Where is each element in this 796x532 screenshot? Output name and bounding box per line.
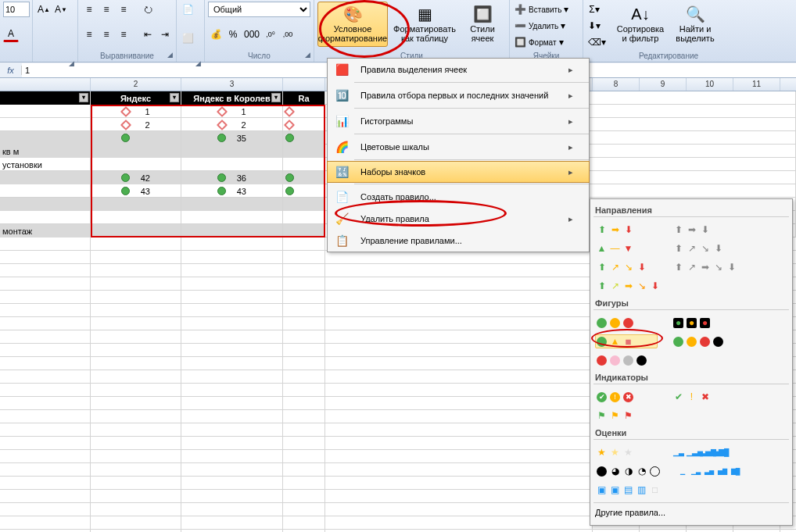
manage-rules-item[interactable]: 📋Управление правилами... [328, 230, 589, 252]
currency-button[interactable]: 💰 [208, 27, 224, 42]
col-header[interactable]: 2 [91, 78, 181, 91]
iconset-5bars[interactable]: ▁▃▁▃▅▃▅▇▅▇█ [672, 445, 734, 459]
clear-button[interactable]: ⌫▾ [586, 34, 607, 50]
cell[interactable] [0, 211, 91, 224]
cell[interactable] [283, 211, 325, 224]
cell[interactable] [0, 118, 91, 131]
iconset-3trafficlights1[interactable] [595, 316, 658, 330]
number-format-select[interactable]: Общий [208, 2, 310, 17]
increase-decimal-button[interactable]: ,0⁰ [263, 27, 278, 42]
cell[interactable]: кв м [0, 145, 91, 158]
cell[interactable]: 1 [181, 105, 283, 118]
cell[interactable] [91, 211, 181, 224]
iconset-3flags[interactable]: ⚑⚑⚑ [595, 409, 658, 423]
color-scales-item[interactable]: 🌈Цветовые шкалы [328, 136, 589, 158]
cell[interactable] [283, 158, 325, 171]
col-header[interactable]: 8 [593, 78, 640, 91]
clear-rules-item[interactable]: 🧹Удалить правила [328, 208, 589, 230]
insert-button[interactable]: ➕Вставить▾ [513, 2, 570, 17]
cell[interactable]: 36 [181, 171, 283, 184]
top-bottom-rules-item[interactable]: 🔟Правила отбора первых и последних значе… [328, 84, 589, 106]
iconset-3symbols[interactable]: ✔!✖ [672, 390, 734, 404]
conditional-formatting-button[interactable]: 🎨 Условноеформатирование [317, 2, 388, 47]
more-rules-item[interactable]: Другие правила... [593, 502, 789, 522]
font-color-button[interactable]: A [3, 27, 19, 42]
align-center-button[interactable]: ≡ [99, 27, 114, 42]
cell[interactable]: 43 [91, 184, 181, 198]
cell[interactable]: 2 [91, 118, 181, 131]
highlight-rules-item[interactable]: 🟥Правила выделения ячеек [328, 59, 589, 80]
iconset-3symbols-circled[interactable]: ✔!✖ [595, 390, 658, 404]
cell[interactable] [0, 184, 91, 198]
iconset-3trafficlights2[interactable]: ●●● [672, 316, 734, 330]
cell[interactable]: 43 [181, 184, 283, 198]
cell[interactable] [0, 131, 91, 145]
cell[interactable]: монтаж [0, 224, 91, 237]
iconset-3signs[interactable]: ▲◆ [595, 334, 658, 348]
align-right-button[interactable]: ≡ [116, 27, 131, 42]
cell[interactable] [181, 224, 283, 237]
cell[interactable]: 2 [181, 118, 283, 131]
align-left-button[interactable]: ≡ [81, 27, 97, 42]
cell[interactable] [181, 211, 283, 224]
cell[interactable] [283, 118, 325, 131]
cell[interactable] [0, 198, 91, 211]
comma-button[interactable]: 000 [242, 27, 261, 42]
cell[interactable] [283, 131, 325, 145]
cell[interactable] [181, 158, 283, 171]
increase-indent-button[interactable]: ⇥ [157, 27, 173, 42]
iconset-5arrows-gray[interactable]: ⬆↗➡↘⬇ [672, 260, 738, 274]
cell[interactable] [91, 224, 181, 237]
format-as-table-button[interactable]: ▦ Форматироватькак таблицу [389, 2, 460, 47]
iconset-5boxes[interactable]: ▣▣▤▥□ [595, 483, 662, 497]
wrap-text-button[interactable]: 📄 [180, 2, 195, 17]
dialog-launcher-icon[interactable]: ◢ [167, 51, 173, 59]
cell[interactable] [283, 198, 325, 211]
sort-filter-button[interactable]: A↓ Сортировкаи фильтр [613, 2, 668, 47]
cell[interactable] [181, 198, 283, 211]
fx-label[interactable]: fx [0, 66, 22, 75]
iconset-redtoblack[interactable] [595, 353, 658, 367]
cell[interactable] [0, 171, 91, 184]
cell[interactable] [283, 224, 325, 237]
cell-styles-button[interactable]: 🔲 Стилиячеек [461, 2, 504, 47]
cell[interactable] [283, 105, 325, 118]
decrease-indent-button[interactable]: ⇤ [140, 27, 156, 42]
iconset-3arrows-gray[interactable]: ⬆➡⬇ [672, 223, 734, 237]
cell[interactable]: установки [0, 158, 91, 171]
align-top-button[interactable]: ≡ [81, 2, 97, 17]
col-header[interactable]: 3 [181, 78, 283, 91]
col-header[interactable]: 10 [687, 78, 733, 91]
col-header[interactable]: 11 [733, 78, 780, 91]
iconset-4arrows-gray[interactable]: ⬆↗↘⬇ [672, 241, 734, 255]
autosum-button[interactable]: Σ▾ [586, 2, 602, 17]
iconset-5ratings-bars[interactable]: ▁▁▃▃▅▅▇▇█ [676, 464, 742, 478]
percent-button[interactable]: % [225, 27, 241, 42]
iconset-5arrows-colored[interactable]: ⬆↗➡↘⬇ [595, 279, 662, 293]
font-size-select[interactable] [3, 2, 30, 17]
iconset-3stars[interactable]: ★★★ [595, 445, 658, 459]
merge-button[interactable]: ⬜ [180, 30, 195, 46]
cell[interactable] [91, 131, 181, 145]
grow-font-button[interactable]: A▲ [36, 2, 52, 17]
data-bars-item[interactable]: 📊Гистограммы [328, 110, 589, 132]
dialog-launcher-icon[interactable]: ◢ [305, 51, 310, 59]
cell[interactable] [283, 145, 325, 158]
icon-sets-item[interactable]: 🔣Наборы значков [327, 161, 590, 183]
cell[interactable] [283, 171, 325, 184]
cell[interactable]: 42 [91, 171, 181, 184]
iconset-3triangles[interactable]: ▲—▼ [595, 241, 658, 255]
iconset-5quarters[interactable]: ◕◑◔ [595, 464, 662, 478]
find-select-button[interactable]: 🔍 Найти ивыделить [669, 2, 721, 47]
cell[interactable] [181, 145, 283, 158]
cell[interactable] [91, 145, 181, 158]
cell[interactable] [283, 184, 325, 198]
iconset-4arrows-colored[interactable]: ⬆↗↘⬇ [595, 260, 658, 274]
cell[interactable]: 1 [91, 105, 181, 118]
delete-button[interactable]: ➖Удалить▾ [513, 18, 567, 34]
filter-dropdown-icon[interactable]: ▾ [271, 93, 281, 102]
cell[interactable] [91, 198, 181, 211]
dialog-launcher-icon[interactable]: ◢ [195, 59, 201, 67]
fill-button[interactable]: ⬇▾ [586, 18, 602, 34]
cell[interactable]: 35 [181, 131, 283, 145]
